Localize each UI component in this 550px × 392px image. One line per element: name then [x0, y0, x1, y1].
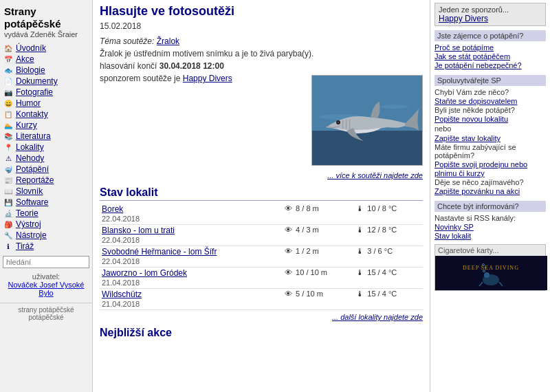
- nav-label-kontakty: Kontakty: [16, 109, 48, 119]
- sidebar-subtitle: vydává Zdeněk Šraier: [4, 30, 88, 39]
- voting-end-label: hlasování končí: [100, 61, 157, 71]
- sponsor-link[interactable]: Happy Divers: [183, 74, 232, 83]
- locality-date: 21.04.2018: [102, 300, 140, 308]
- sidebar-item-nehody[interactable]: ⚠Nehody: [0, 153, 92, 164]
- sidebar-item-vystroj[interactable]: 🎒Výstroj: [0, 219, 92, 230]
- user-label: uživatel:: [4, 272, 88, 281]
- sidebar-item-kurzy[interactable]: 🏊Kurzy: [0, 120, 92, 131]
- inform-section-title: Chcete být informováni?: [434, 201, 546, 212]
- locality-name-link[interactable]: Svobodné Heřmanice - lom Šífr: [102, 247, 217, 257]
- collab-link-2[interactable]: Popište novou lokalitu: [434, 115, 546, 123]
- sidebar-item-nastroje[interactable]: 🔧Nástroje: [0, 230, 92, 241]
- diving-link-2[interactable]: Jak se stát potápěčem: [434, 52, 546, 61]
- sidebar-footer: strany potápěčské potápěčské: [0, 303, 92, 324]
- company-link-1b[interactable]: plnimu či kurzy: [434, 169, 546, 177]
- locality-temp: 🌡 3 / 6 °C: [354, 246, 423, 268]
- sidebar-item-fotografie[interactable]: 📷Fotografie: [0, 87, 92, 98]
- diving-section: Jste zájemce o potápění? Proč se potápím…: [434, 30, 546, 69]
- sidebar-item-dokumenty[interactable]: 📄Dokumenty: [0, 76, 92, 87]
- nav-icon-literatura: 📚: [3, 131, 14, 141]
- body-text: Žralok je ústředním motivem snímku a je …: [100, 47, 423, 60]
- thermometer-icon: 🌡: [356, 268, 364, 276]
- locality-name-link[interactable]: Borek: [102, 204, 123, 214]
- diving-link-3[interactable]: Je potápění nebezpečné?: [434, 61, 546, 69]
- article-date: 15.02.2018: [100, 21, 423, 31]
- sidebar-item-akce[interactable]: 📅Akce: [0, 54, 92, 65]
- event-link[interactable]: Zapište pozvánku na akci: [434, 187, 546, 195]
- sponsor-box-title: Jeden ze sponzorů...: [439, 6, 509, 14]
- rss-section: Chcete být informováni? Nastavte si RSS …: [434, 201, 546, 240]
- eye-icon: 👁: [285, 226, 292, 234]
- card-box: Cigaretové karty... DEEP SEA DIVING: [434, 244, 546, 291]
- company-text: Máte firmu zabývající se potápěním?: [434, 143, 546, 160]
- sidebar-item-humor[interactable]: 😄Humor: [0, 98, 92, 109]
- card-title: Cigaretové karty...: [435, 245, 545, 256]
- locality-row: Wildschütz 21.04.2018 👁 5 / 10 m 🌡 15 / …: [100, 289, 423, 310]
- rss-link-1[interactable]: Novinky SP: [434, 223, 546, 231]
- nav-label-vystroj: Výstroj: [16, 219, 41, 229]
- locality-date: 22.04.2018: [102, 236, 140, 244]
- company-link-1[interactable]: Popište svoji prodejnu nebo: [434, 160, 546, 168]
- svg-rect-3: [312, 131, 422, 165]
- thermometer-icon: 🌡: [356, 204, 364, 213]
- sidebar-item-kontakty[interactable]: 📋Kontakty: [0, 109, 92, 120]
- locality-date: 22.04.2018: [102, 215, 140, 223]
- topic-value-link[interactable]: Žralok: [157, 36, 179, 46]
- thermometer-icon: 🌡: [356, 247, 364, 255]
- locality-temp: 🌡 15 / 4 °C: [354, 289, 423, 310]
- nav-label-teorie: Teorie: [16, 208, 38, 218]
- nav-icon-reportaze: 📰: [3, 175, 14, 185]
- sidebar-header: Strany potápěčské vydává Zdeněk Šraier: [0, 3, 92, 40]
- article-body: Téma soutěže: Žralok Žralok je ústředním…: [100, 35, 423, 85]
- nav-icon-slovnik: 📖: [3, 186, 14, 196]
- search-box: [3, 256, 89, 268]
- sidebar-item-teorie[interactable]: 🔬Teorie: [0, 208, 92, 219]
- eye-icon: 👁: [285, 290, 292, 298]
- sidebar-item-biologie[interactable]: 🐟Biologie: [0, 65, 92, 76]
- nav-label-nehody: Nehody: [16, 153, 44, 163]
- locality-stats: 👁 8 / 8 m: [283, 204, 354, 225]
- nav-label-lokality: Lokality: [16, 142, 44, 152]
- topic-label: Téma soutěže:: [100, 36, 154, 46]
- user-name-link[interactable]: Nováček Josef Vysoké Bylo: [4, 281, 88, 297]
- svg-point-11: [484, 272, 490, 278]
- locality-name-cell: Wildschütz 21.04.2018: [100, 289, 283, 310]
- locality-row: Jaworzno - lom Gródek 21.04.2018 👁 10 / …: [100, 268, 423, 289]
- nav-icon-nastroje: 🔧: [3, 230, 14, 240]
- sidebar-item-slovnik[interactable]: 📖Slovník: [0, 186, 92, 197]
- locality-name-link[interactable]: Blansko - lom u trati: [102, 226, 175, 235]
- topic-line: Téma soutěže: Žralok: [100, 35, 423, 47]
- locality-name-cell: Blansko - lom u trati 22.04.2018: [100, 225, 283, 246]
- locality-name-link[interactable]: Jaworzno - lom Gródek: [102, 268, 187, 278]
- nav-label-biologie: Biologie: [16, 65, 45, 75]
- rss-link-2[interactable]: Stav lokalit: [434, 232, 546, 240]
- nav-icon-potapeni: 🤿: [3, 164, 14, 174]
- collab-link-3[interactable]: Zapište stav lokality: [434, 134, 546, 142]
- sidebar-item-lokality[interactable]: 📍Lokality: [0, 142, 92, 153]
- event-text: Děje se něco zajímavého?: [434, 178, 546, 186]
- nav-icon-kontakty: 📋: [3, 109, 14, 119]
- nav-label-tiraz: Tiráž: [16, 241, 34, 251]
- red-arrow-icon: [0, 275, 1, 290]
- search-input[interactable]: [3, 256, 89, 268]
- sidebar-item-literatura[interactable]: 📚Literatura: [0, 131, 92, 142]
- sponsor-name-link[interactable]: Happy Divers: [439, 14, 542, 23]
- sidebar-item-software[interactable]: 💾Software: [0, 197, 92, 208]
- nav-label-fotografie: Fotografie: [16, 87, 53, 97]
- thermometer-icon: 🌡: [356, 226, 364, 234]
- sidebar-item-potapeni[interactable]: 🤿Potápění: [0, 164, 92, 175]
- collab-link-1[interactable]: Staňte se dopisovatelem: [434, 97, 546, 105]
- more-localities-link[interactable]: ... další lokality najdete zde: [100, 313, 423, 321]
- sidebar-title: Strany potápěčské: [4, 6, 88, 30]
- sidebar-item-uvod[interactable]: 🏠Úvodník: [0, 43, 92, 54]
- nav-icon-biologie: 🐟: [3, 65, 14, 75]
- sidebar-item-reportaze[interactable]: 📰Reportáže: [0, 175, 92, 186]
- sidebar-item-tiraz[interactable]: ℹTiráž: [0, 241, 92, 252]
- inform-text: Nastavte si RSS kanály:: [434, 214, 546, 222]
- diving-link-1[interactable]: Proč se potápíme: [434, 43, 546, 52]
- diving-section-title: Jste zájemce o potápění?: [434, 30, 546, 41]
- locality-name-link[interactable]: Wildschütz: [102, 290, 142, 299]
- card-image: DEEP SEA DIVING: [435, 256, 547, 290]
- more-contest-link[interactable]: ... více k soutěži najdete zde: [100, 171, 423, 179]
- collab-section: Spoluvytvářejte SP Chybí Vám zde něco? S…: [434, 75, 546, 195]
